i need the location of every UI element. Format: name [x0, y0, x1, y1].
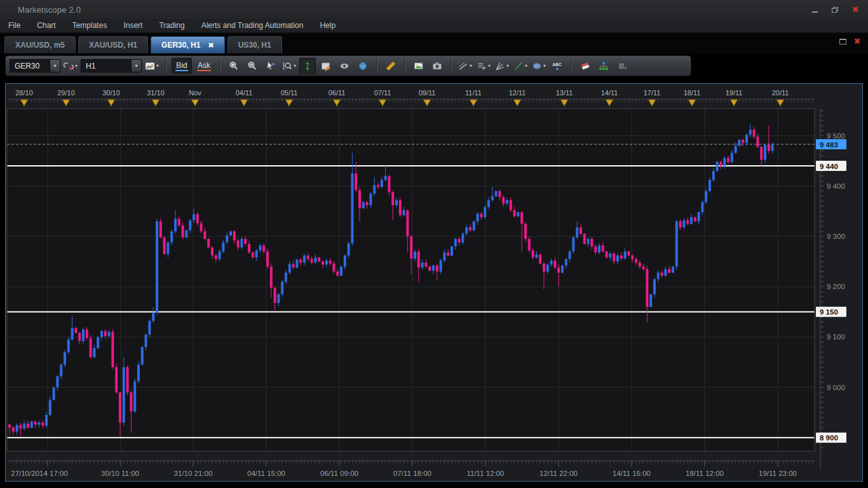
add-image-button[interactable] [410, 58, 427, 74]
toolbar: GER30▾▾H1▾▾BidAsk▾▾F▾▾▾▾ABC [5, 55, 691, 76]
eraser-button[interactable] [577, 58, 593, 74]
note-icon [321, 61, 331, 71]
chevron-down-icon[interactable]: ▾ [488, 63, 491, 69]
close-pane-icon[interactable]: ✖ [854, 37, 860, 45]
overflow-icon [617, 61, 627, 71]
cursorplus-icon [266, 61, 276, 71]
draw-line-button[interactable]: ▾ [512, 58, 529, 74]
chevron-down-icon[interactable]: ▾ [525, 63, 527, 69]
top-axis-label: 13/11 [556, 89, 573, 97]
chevron-down-icon[interactable]: ▾ [506, 63, 509, 69]
top-axis-label: 07/11 [374, 89, 391, 97]
symbol-combo[interactable]: GER30▾ [10, 59, 60, 72]
day-marker-icon [606, 100, 613, 106]
tab-label: XAU/USD, m5 [15, 41, 65, 50]
snapshot-button[interactable] [429, 58, 445, 74]
day-marker-icon [424, 100, 431, 106]
day-marker-icon [153, 100, 159, 106]
top-axis-label: 19/11 [726, 89, 743, 97]
price-axis: 9 5009 4009 3009 2009 1009 0009 4839 440… [816, 109, 846, 470]
day-marker-icon [192, 100, 199, 106]
minimize-icon[interactable] [810, 5, 820, 14]
zoom-in-button[interactable] [226, 58, 242, 74]
indicators-icon: F [477, 61, 487, 71]
camera-icon [432, 61, 442, 71]
tab-xau-usd-m5[interactable]: XAU/USD, m5 [4, 36, 76, 53]
restore-icon[interactable] [830, 5, 840, 14]
chevron-down-icon[interactable]: ▾ [543, 63, 546, 69]
tab-label: XAU/USD, H1 [89, 41, 137, 50]
zoom-out-button[interactable] [244, 58, 261, 74]
chart-type-button[interactable]: ▾ [144, 58, 160, 74]
textabc-icon: ABC [552, 61, 562, 71]
ruler-icon [386, 61, 396, 71]
period-combo[interactable]: H1▾ [81, 59, 142, 72]
menu-item-templates[interactable]: Templates [72, 21, 107, 30]
menu-item-help[interactable]: Help [320, 21, 336, 30]
price-axis-label: 9 200 [827, 283, 845, 290]
toolbar-row: GER30▾▾H1▾▾BidAsk▾▾F▾▾▾▾ABC [0, 53, 868, 78]
top-axis-label: 04/11 [236, 89, 253, 97]
period-combo-value: H1 [81, 62, 131, 71]
restore-pane-icon[interactable] [839, 39, 846, 44]
pointer-add-button[interactable] [262, 58, 279, 74]
fan-lines-button[interactable]: ▾ [494, 58, 510, 74]
indicators-button[interactable]: F▾ [475, 58, 492, 74]
toolbar-separator [165, 58, 166, 74]
top-axis-label: 31/10 [147, 89, 165, 97]
tab-ger30-h1[interactable]: GER30, H1✖ [151, 36, 225, 53]
top-axis-label: 09/11 [419, 89, 436, 97]
draw-ellipse-button[interactable]: ▾ [531, 58, 547, 74]
link-charts-button[interactable]: ▾ [62, 58, 79, 74]
autoscale-button[interactable] [299, 58, 316, 74]
tab-us30-h1[interactable]: US30, H1 [227, 36, 282, 53]
day-marker-icon [21, 100, 28, 106]
top-axis-label: 05/11 [281, 89, 298, 97]
price-axis-label: 9 500 [827, 132, 845, 140]
bottom-time-axis: 27/10/2014 17:0030/10 11:0031/10 21:0004… [7, 461, 815, 477]
toolbar-separator [451, 58, 452, 74]
toolbar-menu-button[interactable] [614, 58, 630, 74]
top-axis-label: 28/10 [15, 89, 33, 97]
menu-item-alerts-and-trading-automation[interactable]: Alerts and Trading Automation [201, 21, 304, 30]
chevron-down-icon[interactable]: ▾ [50, 60, 60, 72]
menu-item-trading[interactable]: Trading [159, 21, 184, 30]
close-icon[interactable]: ✖ [850, 5, 860, 14]
ask-toggle[interactable]: Ask [194, 58, 214, 74]
chevron-down-icon[interactable]: ▾ [156, 63, 159, 69]
add-note-button[interactable] [318, 58, 334, 74]
top-axis-label: 29/10 [57, 89, 75, 97]
title-bar: Marketscope 2.0 ✖ [0, 0, 868, 19]
chevron-down-icon[interactable]: ▾ [470, 63, 472, 69]
bottom-axis-label: 31/10 21:00 [174, 470, 213, 477]
chevron-down-icon[interactable]: ▾ [131, 60, 141, 72]
toolbar-separator [571, 58, 572, 74]
ruler-button[interactable] [383, 58, 399, 74]
price-axis-label: 9 400 [827, 182, 845, 190]
toolbar-separator [404, 58, 405, 74]
menu-item-insert[interactable]: Insert [123, 21, 142, 30]
ellipse-icon [532, 61, 542, 71]
visibility-button[interactable] [336, 58, 353, 74]
chevron-down-icon[interactable]: ▾ [294, 63, 296, 69]
menu-item-chart[interactable]: Chart [37, 21, 55, 30]
svg-text:F: F [483, 65, 486, 71]
trendlines-button[interactable]: ▾ [457, 58, 473, 74]
tab-label: GER30, H1 [161, 41, 200, 50]
price-axis-label: 9 000 [827, 384, 845, 391]
chevron-down-icon[interactable]: ▾ [75, 63, 78, 69]
zoom-range-button[interactable]: ▾ [281, 58, 297, 74]
tab-bar: XAU/USD, m5XAU/USD, H1GER30, H1✖US30, H1… [0, 33, 868, 53]
tab-group-controls: ✖ [839, 37, 860, 45]
price-chart[interactable]: 28/1029/1030/1031/10Nov04/1105/1106/1107… [5, 83, 863, 482]
web-charts-button[interactable] [355, 58, 371, 74]
menu-item-file[interactable]: File [8, 21, 20, 30]
tab-xau-usd-h1[interactable]: XAU/USD, H1 [78, 36, 148, 53]
bottom-axis-label: 11/11 12:00 [466, 470, 504, 477]
object-tree-button[interactable] [595, 58, 612, 74]
tab-close-icon[interactable]: ✖ [208, 41, 214, 50]
add-text-button[interactable]: ABC [549, 58, 566, 74]
bottom-axis-label: 14/11 15:00 [613, 470, 651, 477]
bottom-axis-label: 30/10 11:00 [101, 470, 139, 477]
bid-toggle[interactable]: Bid [172, 58, 192, 74]
